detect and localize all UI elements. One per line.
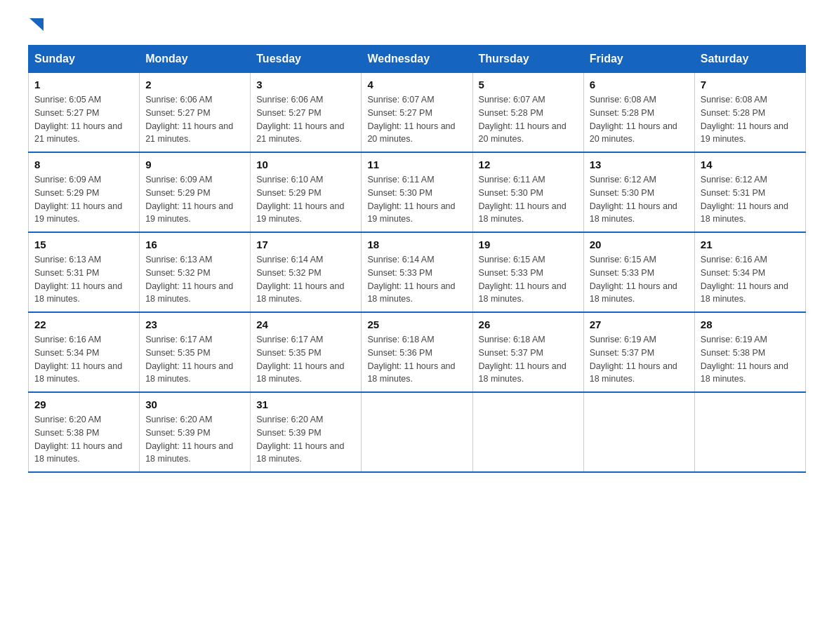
- day-number: 9: [145, 159, 244, 170]
- logo-arrow-icon: [29, 18, 44, 32]
- calendar-cell: 18 Sunrise: 6:14 AM Sunset: 5:33 PM Dayl…: [362, 232, 472, 312]
- day-info: Sunrise: 6:10 AM Sunset: 5:29 PM Dayligh…: [256, 173, 355, 226]
- calendar-cell: 14 Sunrise: 6:12 AM Sunset: 5:31 PM Dayl…: [694, 152, 805, 232]
- day-info: Sunrise: 6:06 AM Sunset: 5:27 PM Dayligh…: [145, 93, 244, 146]
- col-header-wednesday: Wednesday: [362, 46, 472, 73]
- col-header-friday: Friday: [583, 46, 694, 73]
- calendar-cell: 15 Sunrise: 6:13 AM Sunset: 5:31 PM Dayl…: [29, 232, 140, 312]
- day-info: Sunrise: 6:15 AM Sunset: 5:33 PM Dayligh…: [590, 253, 689, 306]
- day-info: Sunrise: 6:07 AM Sunset: 5:28 PM Dayligh…: [479, 93, 578, 146]
- day-number: 16: [145, 239, 244, 250]
- day-info: Sunrise: 6:05 AM Sunset: 5:27 PM Dayligh…: [34, 93, 133, 146]
- day-info: Sunrise: 6:08 AM Sunset: 5:28 PM Dayligh…: [701, 93, 800, 146]
- calendar-cell: 27 Sunrise: 6:19 AM Sunset: 5:37 PM Dayl…: [583, 312, 694, 392]
- calendar-body: 1 Sunrise: 6:05 AM Sunset: 5:27 PM Dayli…: [29, 73, 806, 473]
- week-row-1: 1 Sunrise: 6:05 AM Sunset: 5:27 PM Dayli…: [29, 73, 806, 153]
- calendar-cell: 22 Sunrise: 6:16 AM Sunset: 5:34 PM Dayl…: [29, 312, 140, 392]
- day-number: 4: [367, 79, 466, 90]
- calendar-header: SundayMondayTuesdayWednesdayThursdayFrid…: [29, 46, 806, 73]
- logo: [28, 21, 44, 31]
- calendar-cell: 1 Sunrise: 6:05 AM Sunset: 5:27 PM Dayli…: [29, 73, 140, 153]
- calendar-cell: 5 Sunrise: 6:07 AM Sunset: 5:28 PM Dayli…: [472, 73, 583, 153]
- calendar-cell: 16 Sunrise: 6:13 AM Sunset: 5:32 PM Dayl…: [140, 232, 251, 312]
- day-info: Sunrise: 6:17 AM Sunset: 5:35 PM Dayligh…: [145, 333, 244, 386]
- day-info: Sunrise: 6:14 AM Sunset: 5:33 PM Dayligh…: [367, 253, 466, 306]
- calendar-cell: 8 Sunrise: 6:09 AM Sunset: 5:29 PM Dayli…: [29, 152, 140, 232]
- col-header-monday: Monday: [140, 46, 251, 73]
- calendar-cell: 3 Sunrise: 6:06 AM Sunset: 5:27 PM Dayli…: [251, 73, 362, 153]
- col-header-sunday: Sunday: [29, 46, 140, 73]
- day-number: 5: [479, 79, 578, 90]
- day-number: 21: [701, 239, 800, 250]
- day-number: 26: [479, 318, 578, 330]
- calendar-table: SundayMondayTuesdayWednesdayThursdayFrid…: [28, 45, 806, 473]
- day-info: Sunrise: 6:19 AM Sunset: 5:38 PM Dayligh…: [701, 333, 800, 386]
- day-info: Sunrise: 6:18 AM Sunset: 5:36 PM Dayligh…: [367, 333, 466, 386]
- day-info: Sunrise: 6:13 AM Sunset: 5:32 PM Dayligh…: [145, 253, 244, 306]
- day-info: Sunrise: 6:09 AM Sunset: 5:29 PM Dayligh…: [145, 173, 244, 226]
- day-number: 30: [145, 398, 244, 410]
- calendar-cell: 30 Sunrise: 6:20 AM Sunset: 5:39 PM Dayl…: [140, 392, 251, 472]
- calendar-cell: 26 Sunrise: 6:18 AM Sunset: 5:37 PM Dayl…: [472, 312, 583, 392]
- calendar-cell: [583, 392, 694, 472]
- day-number: 28: [701, 318, 800, 330]
- day-number: 1: [34, 79, 133, 90]
- calendar-cell: 2 Sunrise: 6:06 AM Sunset: 5:27 PM Dayli…: [140, 73, 251, 153]
- day-info: Sunrise: 6:06 AM Sunset: 5:27 PM Dayligh…: [256, 93, 355, 146]
- day-number: 11: [367, 159, 466, 170]
- day-number: 6: [590, 79, 689, 90]
- calendar-cell: 7 Sunrise: 6:08 AM Sunset: 5:28 PM Dayli…: [694, 73, 805, 153]
- week-row-4: 22 Sunrise: 6:16 AM Sunset: 5:34 PM Dayl…: [29, 312, 806, 392]
- calendar-cell: 4 Sunrise: 6:07 AM Sunset: 5:27 PM Dayli…: [362, 73, 472, 153]
- calendar-cell: 17 Sunrise: 6:14 AM Sunset: 5:32 PM Dayl…: [251, 232, 362, 312]
- day-info: Sunrise: 6:13 AM Sunset: 5:31 PM Dayligh…: [34, 253, 133, 306]
- week-row-2: 8 Sunrise: 6:09 AM Sunset: 5:29 PM Dayli…: [29, 152, 806, 232]
- day-number: 3: [256, 79, 355, 90]
- calendar-cell: [362, 392, 472, 472]
- day-info: Sunrise: 6:19 AM Sunset: 5:37 PM Dayligh…: [590, 333, 689, 386]
- day-number: 17: [256, 239, 355, 250]
- day-info: Sunrise: 6:09 AM Sunset: 5:29 PM Dayligh…: [34, 173, 133, 226]
- day-number: 23: [145, 318, 244, 330]
- day-info: Sunrise: 6:16 AM Sunset: 5:34 PM Dayligh…: [34, 333, 133, 386]
- day-number: 29: [34, 398, 133, 410]
- day-info: Sunrise: 6:11 AM Sunset: 5:30 PM Dayligh…: [479, 173, 578, 226]
- header-row: SundayMondayTuesdayWednesdayThursdayFrid…: [29, 46, 806, 73]
- day-info: Sunrise: 6:20 AM Sunset: 5:39 PM Dayligh…: [256, 413, 355, 466]
- calendar-cell: 31 Sunrise: 6:20 AM Sunset: 5:39 PM Dayl…: [251, 392, 362, 472]
- day-number: 22: [34, 318, 133, 330]
- day-info: Sunrise: 6:08 AM Sunset: 5:28 PM Dayligh…: [590, 93, 689, 146]
- day-info: Sunrise: 6:20 AM Sunset: 5:39 PM Dayligh…: [145, 413, 244, 466]
- day-info: Sunrise: 6:20 AM Sunset: 5:38 PM Dayligh…: [34, 413, 133, 466]
- page-header: [28, 21, 806, 31]
- day-number: 12: [479, 159, 578, 170]
- calendar-cell: 20 Sunrise: 6:15 AM Sunset: 5:33 PM Dayl…: [583, 232, 694, 312]
- day-number: 15: [34, 239, 133, 250]
- day-info: Sunrise: 6:15 AM Sunset: 5:33 PM Dayligh…: [479, 253, 578, 306]
- col-header-saturday: Saturday: [694, 46, 805, 73]
- calendar-cell: 9 Sunrise: 6:09 AM Sunset: 5:29 PM Dayli…: [140, 152, 251, 232]
- calendar-cell: 11 Sunrise: 6:11 AM Sunset: 5:30 PM Dayl…: [362, 152, 472, 232]
- day-info: Sunrise: 6:17 AM Sunset: 5:35 PM Dayligh…: [256, 333, 355, 386]
- calendar-cell: 29 Sunrise: 6:20 AM Sunset: 5:38 PM Dayl…: [29, 392, 140, 472]
- day-number: 7: [701, 79, 800, 90]
- calendar-cell: 25 Sunrise: 6:18 AM Sunset: 5:36 PM Dayl…: [362, 312, 472, 392]
- calendar-cell: 12 Sunrise: 6:11 AM Sunset: 5:30 PM Dayl…: [472, 152, 583, 232]
- day-info: Sunrise: 6:16 AM Sunset: 5:34 PM Dayligh…: [701, 253, 800, 306]
- col-header-tuesday: Tuesday: [251, 46, 362, 73]
- day-number: 13: [590, 159, 689, 170]
- calendar-cell: 21 Sunrise: 6:16 AM Sunset: 5:34 PM Dayl…: [694, 232, 805, 312]
- calendar-cell: [694, 392, 805, 472]
- day-number: 31: [256, 398, 355, 410]
- calendar-cell: 19 Sunrise: 6:15 AM Sunset: 5:33 PM Dayl…: [472, 232, 583, 312]
- week-row-5: 29 Sunrise: 6:20 AM Sunset: 5:38 PM Dayl…: [29, 392, 806, 472]
- svg-marker-0: [29, 18, 44, 31]
- day-number: 18: [367, 239, 466, 250]
- col-header-thursday: Thursday: [472, 46, 583, 73]
- day-info: Sunrise: 6:18 AM Sunset: 5:37 PM Dayligh…: [479, 333, 578, 386]
- day-number: 27: [590, 318, 689, 330]
- day-number: 25: [367, 318, 466, 330]
- calendar-cell: 24 Sunrise: 6:17 AM Sunset: 5:35 PM Dayl…: [251, 312, 362, 392]
- calendar-cell: 6 Sunrise: 6:08 AM Sunset: 5:28 PM Dayli…: [583, 73, 694, 153]
- day-number: 14: [701, 159, 800, 170]
